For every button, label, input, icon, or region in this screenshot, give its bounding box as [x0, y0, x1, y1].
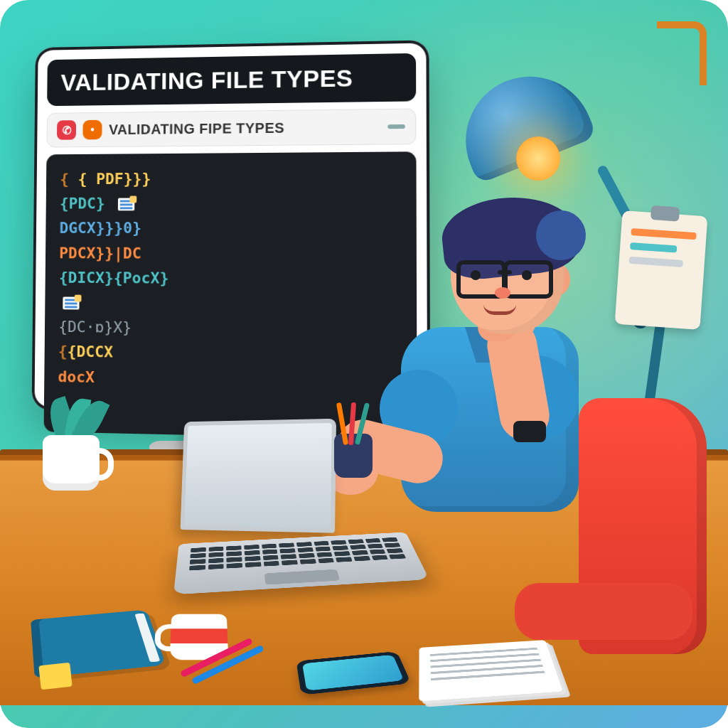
sticky-note-icon: [63, 296, 79, 309]
wall-frame-corner: [657, 21, 707, 85]
code-line: PDCX}}|DC: [59, 240, 224, 266]
eye-right: [522, 270, 532, 280]
code-line: {DICX}{PocX}: [59, 265, 224, 291]
window-toolbar: ✆ • VALIDATING FIPE TYPES: [47, 109, 417, 148]
laptop-screen: [181, 419, 336, 533]
glasses-bridge: [498, 270, 512, 274]
coffee-mug-white: [43, 435, 100, 491]
smartwatch-icon: [513, 421, 546, 442]
traffic-light-orange-icon[interactable]: •: [82, 120, 102, 140]
glasses-icon: [456, 260, 553, 290]
clipboard-stripe: [631, 228, 696, 240]
code-line: {{DCCX: [58, 339, 224, 366]
code-line: [58, 289, 223, 316]
clipboard-stripe: [630, 242, 678, 253]
eye-left: [471, 270, 481, 280]
sticky-note-icon: [118, 198, 134, 211]
code-column-left: { { PDF}}} {PDC} DGCX}}}0} PDCX}}|DC {DI…: [58, 166, 224, 341]
clipboard-stripe: [629, 257, 684, 267]
traffic-light-red-icon[interactable]: ✆: [57, 120, 76, 140]
code-line: {PDC}: [60, 191, 225, 215]
window-subtitle: VALIDATING FIPE TYPES: [109, 119, 284, 137]
sticky-note-icon: [38, 663, 72, 690]
illustration-scene: VALIDATING FILE TYPES ✆ • VALIDATING FIP…: [0, 0, 728, 728]
pencil-cup: [334, 434, 373, 478]
wall-clipboard: [615, 210, 708, 330]
character-nose: [495, 287, 510, 299]
code-line: {DC·ɒ}X}: [58, 314, 224, 341]
paper-notepad: [419, 640, 562, 701]
window-title: VALIDATING FILE TYPES: [47, 53, 416, 106]
lamp-bulb-icon: [516, 136, 560, 181]
desk-plant: [51, 398, 94, 441]
code-line: DGCX}}}0}: [59, 215, 224, 240]
toolbar-indicator-icon: [387, 124, 405, 129]
code-line: docX: [58, 364, 223, 392]
code-line: { { PDF}}}: [60, 166, 224, 191]
